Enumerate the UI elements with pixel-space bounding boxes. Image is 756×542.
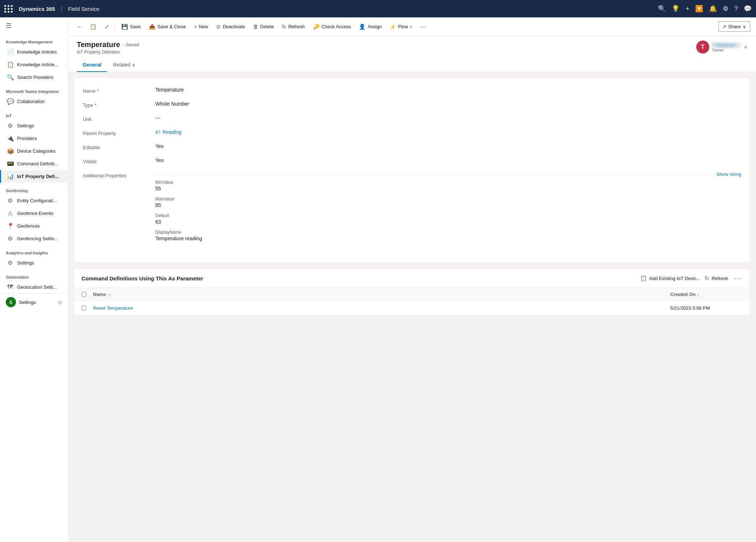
- filter-icon[interactable]: 🔽: [695, 5, 703, 13]
- assign-button[interactable]: 👤 Assign: [355, 21, 385, 32]
- deactivate-button[interactable]: ⊘ Deactivate: [213, 21, 248, 32]
- save-icon: 💾: [121, 24, 128, 30]
- iot-settings-icon: ⚙: [7, 122, 13, 129]
- field-type-row: Type * Whole Number: [83, 101, 741, 108]
- name-sort-icon: ↑↓: [107, 292, 111, 297]
- deactivate-label: Deactivate: [223, 24, 245, 29]
- gear-icon[interactable]: ⚙: [723, 5, 728, 13]
- refresh-label: Refresh: [288, 24, 305, 29]
- tab-general[interactable]: General: [77, 59, 107, 72]
- share-button[interactable]: ↗ Share ∨: [718, 21, 750, 32]
- flow-icon: ⚡: [390, 24, 396, 30]
- device-categories-icon: 📦: [7, 148, 13, 154]
- sidebar-toggle[interactable]: ☰: [0, 17, 68, 34]
- check-access-button[interactable]: 🔑 Check Access: [309, 21, 355, 32]
- help-icon[interactable]: ?: [734, 5, 738, 13]
- owner-chevron-icon[interactable]: ∨: [744, 45, 747, 50]
- knowledge-articles-icon: 📄: [7, 48, 13, 55]
- sidebar-section-geolocation: Geolocation: [0, 269, 68, 281]
- add-existing-icon: 📋: [640, 275, 647, 281]
- parent-property-link[interactable]: 🏷 Reading: [155, 129, 741, 135]
- save-close-button[interactable]: 📤 Save & Close: [145, 21, 190, 32]
- bell-icon[interactable]: 🔔: [709, 5, 717, 13]
- chat-icon[interactable]: 💬: [744, 5, 752, 13]
- app-launcher-icon[interactable]: [4, 5, 13, 13]
- geolocation-settings-icon: 🗺: [7, 284, 13, 290]
- sidebar-item-command-definitions[interactable]: 📟 Command Definiti...: [0, 157, 68, 170]
- share-chevron-icon: ∨: [743, 24, 746, 29]
- sub-field-display-name-value: Temperature reading: [155, 236, 741, 241]
- add-existing-button[interactable]: 📋 Add Existing IoT Devic...: [640, 275, 700, 281]
- save-close-icon: 📤: [149, 24, 156, 30]
- back-button[interactable]: ←: [74, 21, 85, 32]
- field-name-value[interactable]: Temperature: [155, 87, 741, 93]
- more-options-button[interactable]: ⋯: [417, 21, 429, 33]
- refresh-icon: ↻: [282, 24, 286, 30]
- analytics-settings-icon: ⚙: [7, 259, 13, 266]
- field-editable-label: Editable: [83, 143, 155, 150]
- lightbulb-icon[interactable]: 💡: [672, 5, 680, 13]
- sidebar-item-iot-settings[interactable]: ⚙ Settings: [0, 119, 68, 132]
- field-unit-row: Unit ---: [83, 115, 741, 122]
- sidebar-item-device-categories[interactable]: 📦 Device Categories: [0, 145, 68, 157]
- sidebar-bottom-settings[interactable]: S Settings ◇: [0, 293, 68, 311]
- header-checkbox[interactable]: [81, 292, 93, 297]
- col-created-header[interactable]: Created On ↓: [670, 292, 743, 297]
- command-definitions-actions: 📋 Add Existing IoT Devic... ↻ Refresh ⋯: [640, 274, 743, 283]
- sidebar-item-label: Settings: [17, 260, 34, 266]
- command-definitions-table: Name ↑↓ Created On ↓ Reset Temperature: [74, 288, 750, 316]
- field-type-value[interactable]: Whole Number: [155, 101, 741, 107]
- sidebar-item-geolocation-settings[interactable]: 🗺 Geolocation Setti...: [0, 281, 68, 293]
- record-type-icon-button[interactable]: 📋: [86, 21, 100, 32]
- col-name-header[interactable]: Name ↑↓: [93, 292, 670, 297]
- command-definitions-header: Command Definitions Using This As Parame…: [74, 269, 750, 288]
- new-button[interactable]: + New: [190, 21, 212, 32]
- geofence-events-icon: ⚠: [7, 210, 13, 217]
- sidebar-section-knowledge: Knowledge Management: [0, 34, 68, 46]
- app-title: Dynamics 365: [19, 6, 55, 12]
- sidebar-item-geofencing-settings[interactable]: ⚙ Geofencing Settin...: [0, 232, 68, 245]
- sidebar-item-collaboration[interactable]: 💬 Collaboration: [0, 95, 68, 108]
- cmd-refresh-button[interactable]: ↻ Refresh: [705, 275, 728, 281]
- field-unit-value[interactable]: ---: [155, 115, 741, 121]
- sidebar-item-geofences[interactable]: 📍 Geofences: [0, 220, 68, 232]
- show-string-button[interactable]: Show string: [717, 172, 741, 177]
- new-label: New: [199, 24, 208, 29]
- sidebar-item-iot-property-definitions[interactable]: 📊 IoT Property Defi...: [0, 170, 68, 183]
- sidebar-item-providers[interactable]: 🔌 Providers: [0, 132, 68, 145]
- field-visible-value[interactable]: Yes: [155, 157, 741, 163]
- search-icon[interactable]: 🔍: [658, 5, 666, 13]
- expand-icon: ⤢: [105, 24, 109, 30]
- sidebar-item-search-providers[interactable]: 🔍 Search Providers: [0, 71, 68, 84]
- additional-props-header: Show string: [155, 172, 741, 177]
- record-header: Temperature - Saved IoT Property Definit…: [68, 36, 756, 72]
- new-icon: +: [194, 24, 197, 30]
- delete-button[interactable]: 🗑 Delete: [249, 21, 278, 32]
- field-editable-value[interactable]: Yes: [155, 143, 741, 149]
- share-label: Share: [728, 24, 741, 29]
- sidebar-item-knowledge-articles-2[interactable]: 📋 Knowledge Article...: [0, 58, 68, 71]
- sidebar-item-entity-configuration[interactable]: ⚙ Entity Configurati...: [0, 194, 68, 207]
- refresh-button[interactable]: ↻ Refresh: [278, 21, 308, 32]
- select-all-checkbox[interactable]: [81, 292, 86, 297]
- sidebar-item-geofence-events[interactable]: ⚠ Geofence Events: [0, 207, 68, 220]
- owner-name[interactable]: T. Redacted: [712, 43, 741, 48]
- required-indicator: *: [97, 88, 99, 94]
- tab-related[interactable]: Related ∨: [107, 59, 141, 72]
- sidebar-item-analytics-settings[interactable]: ⚙ Settings: [0, 257, 68, 269]
- sidebar-item-label: Entity Configurati...: [17, 198, 57, 203]
- row-name[interactable]: Reset Temperature: [93, 305, 670, 311]
- flow-button[interactable]: ⚡ Flow ∨: [386, 21, 416, 32]
- row-checkbox[interactable]: [81, 306, 93, 310]
- sub-field-max-value: MaxValue 85: [155, 196, 741, 208]
- row-select-checkbox[interactable]: [81, 306, 86, 310]
- add-icon[interactable]: +: [685, 5, 689, 13]
- cmd-more-button[interactable]: ⋯: [732, 274, 743, 283]
- expand-button[interactable]: ⤢: [101, 21, 113, 32]
- iot-property-defs-icon: 📊: [7, 173, 13, 180]
- sidebar-item-knowledge-articles[interactable]: 📄 Knowledge Articles: [0, 46, 68, 58]
- content-area: ← 📋 ⤢ 💾 Save 📤 Save & Close + New ⊘: [68, 17, 756, 542]
- top-navigation: Dynamics 365 | Field Service 🔍 💡 + 🔽 🔔 ⚙…: [0, 0, 756, 17]
- save-button[interactable]: 💾 Save: [118, 21, 144, 32]
- sub-field-max-value-value: 85: [155, 202, 741, 208]
